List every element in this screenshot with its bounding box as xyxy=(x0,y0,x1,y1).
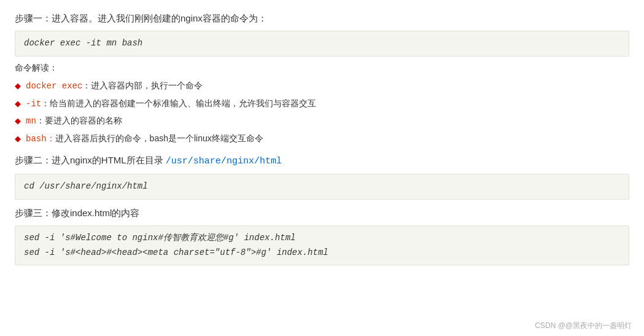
diamond-icon-1: ◆ xyxy=(15,79,21,93)
diamond-icon-3: ◆ xyxy=(15,114,21,128)
bullet-item-4: ◆ bash：进入容器后执行的命令，bash是一个linux终端交互命令 xyxy=(15,131,629,147)
step1-command-block: docker exec -it mn bash xyxy=(15,31,629,57)
step3-command-line-2: sed -i 's#<head>#<head><meta charset="ut… xyxy=(24,246,620,260)
step2-section: 步骤二：进入nginx的HTML所在目录 /usr/share/nginx/ht… xyxy=(15,153,629,200)
bullet-text-4: bash：进入容器后执行的命令，bash是一个linux终端交互命令 xyxy=(26,131,263,147)
step3-section: 步骤三：修改index.html的内容 sed -i 's#Welcome to… xyxy=(15,206,629,266)
step1-section: 步骤一：进入容器。进入我们刚刚创建的nginx容器的命令为： docker ex… xyxy=(15,11,629,147)
step1-title: 步骤一：进入容器。进入我们刚刚创建的nginx容器的命令为： xyxy=(15,11,629,26)
step3-command-line-1: sed -i 's#Welcome to nginx#传智教育欢迎您#g' in… xyxy=(24,231,620,246)
step2-command-block: cd /usr/share/nginx/html xyxy=(15,174,629,200)
step1-command-text: docker exec -it mn bash xyxy=(24,38,142,48)
watermark: CSDN @@黑夜中的一盏明灯 xyxy=(535,321,632,331)
step1-title-text: 步骤一：进入容器。进入我们刚刚创建的nginx容器的命令为： xyxy=(15,13,267,23)
diamond-icon-4: ◆ xyxy=(15,132,21,146)
keyword-1: docker exec xyxy=(26,81,82,91)
step3-title-text: 步骤三：修改index.html的内容 xyxy=(15,208,139,218)
step2-path: /usr/share/nginx/html xyxy=(166,156,282,166)
keyword-2: -it xyxy=(26,99,41,109)
diamond-icon-2: ◆ xyxy=(15,97,21,111)
keyword-3: mn xyxy=(26,116,36,126)
bullet-text-2: -it：给当前进入的容器创建一个标准输入、输出终端，允许我们与容器交互 xyxy=(26,96,316,112)
bullet-text-3: mn：要进入的容器的名称 xyxy=(26,114,122,129)
step3-title: 步骤三：修改index.html的内容 xyxy=(15,206,629,221)
step2-command-text: cd /usr/share/nginx/html xyxy=(24,181,148,191)
bullet-item-2: ◆ -it：给当前进入的容器创建一个标准输入、输出终端，允许我们与容器交互 xyxy=(15,96,629,112)
bullet-text-1: docker exec：进入容器内部，执行一个命令 xyxy=(26,79,203,94)
step1-subtitle: 命令解读： xyxy=(15,63,629,74)
bullet-item-1: ◆ docker exec：进入容器内部，执行一个命令 xyxy=(15,79,629,94)
step1-bullets: ◆ docker exec：进入容器内部，执行一个命令 ◆ -it：给当前进入的… xyxy=(15,79,629,147)
step2-title: 步骤二：进入nginx的HTML所在目录 /usr/share/nginx/ht… xyxy=(15,153,629,169)
step2-title-label: 步骤二：进入nginx的HTML所在目录 xyxy=(15,155,166,165)
step3-command-block: sed -i 's#Welcome to nginx#传智教育欢迎您#g' in… xyxy=(15,225,629,266)
keyword-4: bash： xyxy=(26,134,55,144)
bullet-item-3: ◆ mn：要进入的容器的名称 xyxy=(15,114,629,129)
